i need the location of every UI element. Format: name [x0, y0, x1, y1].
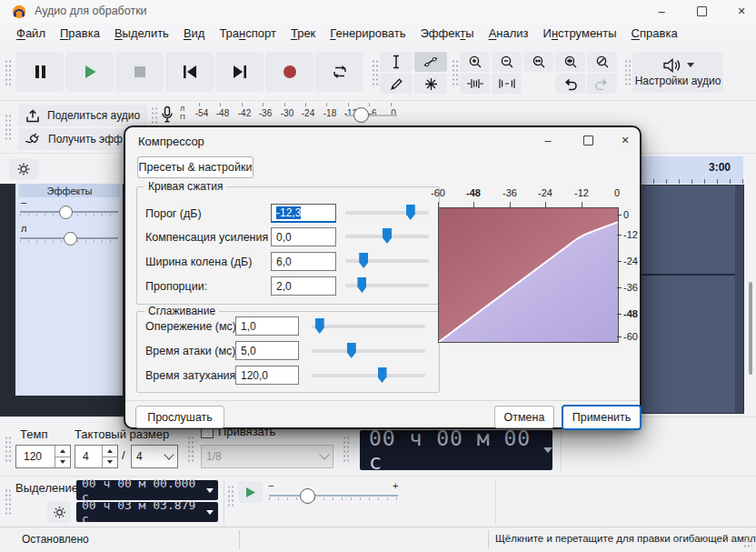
menu-file[interactable]: Файл [9, 26, 53, 40]
menu-view[interactable]: Вид [176, 26, 213, 40]
knee-width-input[interactable]: 6,0 [271, 252, 336, 271]
play-button[interactable] [65, 52, 114, 92]
menu-select[interactable]: Выделить [107, 26, 176, 40]
ratio-slider[interactable] [345, 284, 429, 287]
menu-tools[interactable]: Инструменты [536, 26, 624, 40]
undo-button[interactable] [555, 74, 585, 94]
selection-start-display[interactable]: 00 ч 00 м 00.000 с [76, 480, 218, 500]
record-button[interactable] [265, 52, 313, 92]
redo-button[interactable] [587, 74, 617, 94]
beats-spinner[interactable] [102, 446, 117, 467]
menu-track[interactable]: Трек [284, 26, 323, 40]
play-speed-handle[interactable] [300, 488, 315, 504]
fit-project-button[interactable] [555, 52, 585, 72]
share-toolbar-grip[interactable] [5, 114, 12, 141]
makeup-gain-input[interactable]: 0,0 [271, 227, 336, 246]
menu-help[interactable]: Справка [624, 26, 685, 40]
selection-toolbar-grip[interactable] [5, 488, 12, 516]
presets-settings-button[interactable]: Пресеты & настройки [137, 156, 254, 178]
timeline-ruler[interactable]: 3:00 [641, 156, 743, 184]
track-pan-handle[interactable] [64, 232, 77, 246]
menu-edit[interactable]: Правка [53, 26, 107, 40]
dialog-close-button[interactable]: ✕ [610, 129, 641, 151]
waveform-area[interactable] [641, 185, 744, 414]
menu-effects[interactable]: Эффекты [413, 26, 482, 40]
dialog-maximize-button[interactable] [570, 129, 606, 151]
multi-tool-button[interactable] [414, 74, 447, 94]
tempo-toolbar-grip[interactable] [5, 436, 12, 463]
group2-title: Сглаживание [144, 305, 219, 317]
ratio-input[interactable]: 2,0 [271, 276, 336, 296]
zoom-to-selection-button[interactable] [523, 52, 553, 72]
attack-input[interactable]: 5,0 [235, 341, 299, 360]
snap-toolbar-grip[interactable] [187, 436, 194, 463]
timeline-options-button[interactable] [9, 158, 38, 180]
makeup-gain-slider[interactable] [345, 235, 429, 238]
skip-to-end-button[interactable] [215, 52, 264, 92]
release-input[interactable]: 120,0 [235, 366, 299, 385]
listen-button[interactable]: Прослушать [135, 406, 224, 428]
loop-button[interactable] [315, 52, 363, 92]
timesig-label: Тактовый размер [75, 427, 169, 441]
time-display-grip[interactable] [343, 436, 350, 463]
skip-to-start-button[interactable] [165, 52, 214, 92]
beats-input[interactable]: 4 [75, 445, 118, 468]
zoom-out-button[interactable] [492, 52, 522, 72]
zoom-in-button[interactable] [460, 52, 490, 72]
recording-level-handle[interactable] [353, 107, 369, 123]
attack-slider[interactable] [312, 349, 425, 353]
snap-interval-select[interactable]: 1/8 [201, 445, 333, 468]
menu-generate[interactable]: Генерировать [323, 26, 413, 40]
apply-button[interactable]: Применить [562, 405, 642, 430]
share-audio-button[interactable]: Поделиться аудио [18, 105, 147, 126]
trim-audio-button[interactable] [460, 74, 490, 94]
release-slider[interactable] [312, 374, 425, 377]
transport-toolbar-grip[interactable] [5, 59, 12, 86]
stop-button[interactable] [115, 52, 164, 92]
lookahead-slider[interactable] [312, 325, 425, 328]
dialog-minimize-button[interactable]: – [530, 129, 566, 151]
tools-toolbar-grip[interactable] [372, 59, 379, 86]
knee-width-slider[interactable] [345, 259, 429, 263]
loop-icon [331, 64, 349, 80]
resize-grip[interactable] [743, 535, 752, 547]
silence-audio-button[interactable] [492, 74, 522, 94]
envelope-tool-button[interactable] [414, 52, 447, 72]
track-effects-button[interactable]: Эффекты [19, 184, 120, 197]
play-speed-grip[interactable] [227, 485, 234, 508]
meter-right-label: П [180, 113, 185, 121]
edit-toolbar-grip[interactable] [452, 59, 459, 86]
play-at-speed-button[interactable] [238, 481, 263, 503]
window-maximize-button[interactable] [686, 0, 717, 22]
envelope-icon [423, 55, 438, 68]
dropdown-arrow-icon[interactable] [206, 510, 214, 515]
window-minimize-button[interactable]: – [646, 0, 677, 22]
threshold-slider[interactable] [345, 211, 429, 215]
selection-tool-button[interactable] [380, 52, 413, 72]
selection-end-display[interactable]: 00 ч 03 м 03.879 с [76, 502, 218, 522]
zoom-toggle-button[interactable] [587, 52, 617, 72]
vertical-scrollbar-thumb[interactable] [749, 282, 752, 375]
dropdown-arrow-icon[interactable] [206, 488, 214, 493]
threshold-input[interactable]: -12,3 [271, 204, 336, 223]
track-control-panel[interactable]: Эффекты – л [15, 184, 123, 396]
cancel-button[interactable]: Отмена [494, 406, 554, 428]
selection-options-button[interactable] [47, 501, 71, 523]
audio-setup-grip[interactable] [624, 59, 632, 86]
audio-setup-button[interactable]: Настройки аудио [632, 52, 723, 93]
threshold-label: Порог (дБ) [145, 207, 202, 220]
pause-button[interactable] [15, 52, 64, 92]
window-close-button[interactable]: ✕ [726, 0, 756, 22]
play-speed-slider[interactable] [269, 495, 398, 497]
time-format-arrow-icon[interactable] [543, 447, 552, 453]
skip-end-icon [232, 65, 248, 79]
tempo-input[interactable]: 120 [15, 445, 71, 468]
lookahead-input[interactable]: 1,0 [235, 316, 299, 336]
timesig-unit-select[interactable]: 4 [131, 445, 178, 468]
tempo-spinner[interactable] [55, 446, 70, 467]
time-display[interactable]: 00 ч 00 м 00 с [360, 430, 552, 470]
draw-tool-button[interactable] [380, 74, 413, 94]
menu-analyze[interactable]: Анализ [482, 26, 536, 40]
menu-transport[interactable]: Транспорт [212, 26, 284, 40]
track-gain-handle[interactable] [59, 206, 73, 219]
